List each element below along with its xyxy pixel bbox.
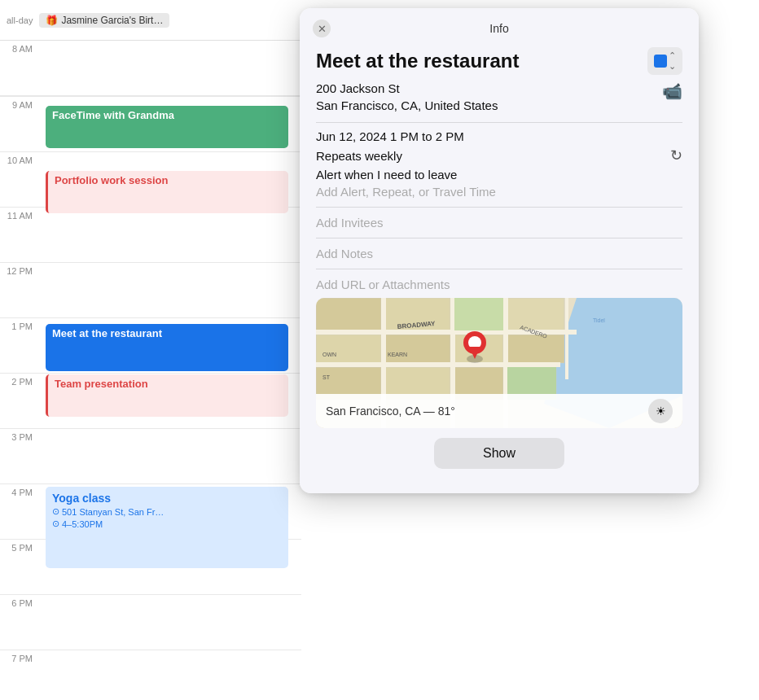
all-day-row: all-day 🎁 Jasmine Garcia's Birt… [0,0,301,41]
popup-location-row: 200 Jackson St San Francisco, CA, United… [316,80,682,114]
map-status-bar: San Francisco, CA — 81° ☀ [316,394,682,428]
yoga-location: 501 Stanyan St, San Fr… [62,507,164,517]
popup-add-alert-text: Add Alert, Repeat, or Travel Time [316,185,496,199]
restaurant-event-title: Meet at the restaurant [52,327,162,339]
svg-rect-12 [507,335,564,363]
popup-date-time: Jun 12, 2024 1 PM to 2 PM [316,129,464,143]
location-line2: San Francisco, CA, United States [316,97,498,114]
popup-notes-text: Add Notes [316,247,373,260]
popup-body: Meet at the restaurant ⌃⌄ 200 Jackson St… [300,41,699,493]
map-location-text: San Francisco, CA — 81° [326,405,455,418]
svg-text:KEARN: KEARN [388,352,407,357]
time-7pm: 7 PM [0,650,39,663]
time-6pm: 6 PM [0,595,39,608]
svg-rect-2 [316,298,381,330]
time-3pm: 3 PM [0,429,39,442]
svg-text:Tidel: Tidel [593,317,605,323]
popup-event-title: Meet at the restaurant [316,50,519,72]
popup-add-alert-row[interactable]: Add Alert, Repeat, or Travel Time [316,185,682,199]
time-10am: 10 AM [0,152,39,165]
time-11am: 11 AM [0,208,39,221]
team-event[interactable]: Team presentation [46,374,288,417]
repeat-icon: ↻ [670,147,682,164]
popup-date-row: Jun 12, 2024 1 PM to 2 PM [316,129,682,143]
yoga-event[interactable]: Yoga class ⊙ 501 Stanyan St, San Fr… ⊙ 4… [46,487,288,568]
popup-url-text: Add URL or Attachments [316,278,450,291]
facetime-event[interactable]: FaceTime with Grandma [46,106,288,148]
info-popup: ✕ Info Meet at the restaurant ⌃⌄ 200 Jac… [300,8,699,493]
all-day-event[interactable]: 🎁 Jasmine Garcia's Birt… [39,13,169,28]
map-canvas: BROADWAY ACADERO OWN KEARN ST Tidel San … [316,298,682,428]
yoga-title: Yoga class [52,492,282,505]
popup-alert-row: Alert when I need to leave [316,168,682,182]
all-day-event-text: Jasmine Garcia's Birt… [61,15,163,26]
popup-title: Info [489,22,508,35]
birthday-icon: 🎁 [46,15,58,26]
time-1pm: 1 PM [0,318,39,331]
location-line1: 200 Jackson St [316,80,498,97]
time-8am: 8 AM [0,44,39,54]
restaurant-event[interactable]: Meet at the restaurant [46,324,288,371]
svg-rect-5 [316,335,381,363]
time-2pm: 2 PM [0,374,39,387]
popup-invitees-row[interactable]: Add Invitees [316,216,682,230]
popup-repeat-row: Repeats weekly ↻ [316,147,682,164]
time-9am: 9 AM [0,97,39,110]
popup-alert-text: Alert when I need to leave [316,168,457,182]
video-icon: 📹 [662,81,682,101]
popup-repeat-text: Repeats weekly [316,149,402,163]
color-dot [654,55,667,68]
popup-invitees-text: Add Invitees [316,216,384,230]
portfolio-event[interactable]: Portfolio work session [46,171,288,213]
all-day-label: all-day [7,15,33,25]
yoga-time-row: ⊙ 4–5:30PM [52,518,282,529]
time-12pm: 12 PM [0,263,39,276]
svg-text:OWN: OWN [322,352,336,357]
map-weather-button[interactable]: ☀ [648,399,673,423]
facetime-event-title: FaceTime with Grandma [52,109,174,121]
show-button[interactable]: Show [434,438,564,469]
portfolio-event-title: Portfolio work session [55,174,168,186]
time-5pm: 5 PM [0,540,39,553]
team-event-title: Team presentation [55,378,148,390]
svg-rect-21 [454,298,503,330]
popup-location: 200 Jackson St San Francisco, CA, United… [316,80,498,114]
popup-event-title-row: Meet at the restaurant ⌃⌄ [316,47,682,75]
chevron-updown-icon: ⌃⌄ [669,50,676,72]
location-icon: ⊙ [52,506,59,517]
svg-text:ST: ST [322,374,331,380]
color-picker-button[interactable]: ⌃⌄ [647,47,682,75]
clock-icon: ⊙ [52,518,59,529]
svg-rect-6 [385,335,450,363]
time-grid: 8 AM 9 AM 10 AM 11 AM 12 PM 1 PM 2 PM 3 … [0,41,301,700]
close-button[interactable]: ✕ [313,20,331,37]
time-row-8am: 8 AM [0,41,301,96]
popup-divider-3 [316,238,682,238]
close-icon: ✕ [318,23,327,35]
popup-map[interactable]: BROADWAY ACADERO OWN KEARN ST Tidel San … [316,298,682,428]
svg-rect-11 [507,298,564,330]
popup-divider-4 [316,269,682,269]
popup-header: ✕ Info [300,8,699,41]
yoga-location-row: ⊙ 501 Stanyan St, San Fr… [52,506,282,517]
popup-divider-1 [316,122,682,123]
yoga-time: 4–5:30PM [62,519,103,529]
popup-divider-2 [316,207,682,208]
popup-notes-row[interactable]: Add Notes [316,247,682,260]
time-4pm: 4 PM [0,484,39,497]
popup-url-row[interactable]: Add URL or Attachments [316,278,682,291]
